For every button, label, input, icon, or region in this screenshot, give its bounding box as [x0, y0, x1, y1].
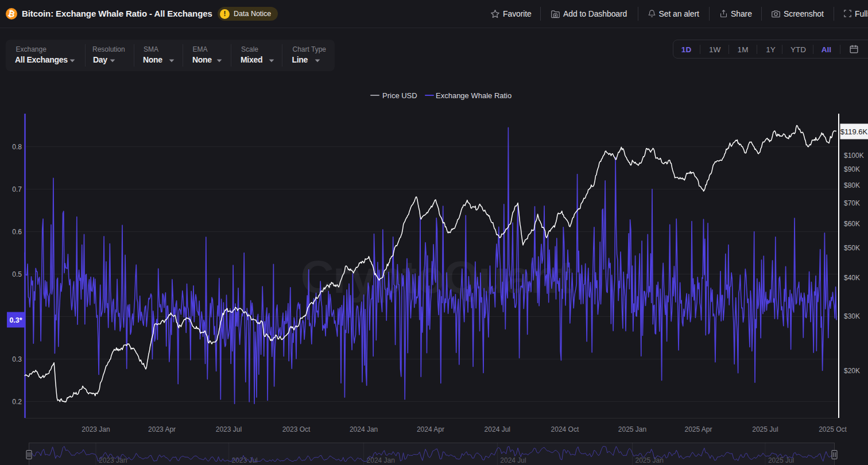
- svg-text:2023 Jul: 2023 Jul: [216, 425, 242, 433]
- svg-text:2023 Oct: 2023 Oct: [282, 425, 311, 433]
- svg-text:2025 Apr: 2025 Apr: [684, 425, 712, 433]
- svg-text:0.7: 0.7: [12, 185, 22, 193]
- svg-text:2025 Jan: 2025 Jan: [636, 456, 664, 464]
- svg-text:$70K: $70K: [844, 199, 860, 207]
- svg-text:2025 Jan: 2025 Jan: [618, 425, 646, 433]
- svg-text:$40K: $40K: [844, 274, 860, 282]
- svg-text:2024 Jul: 2024 Jul: [500, 456, 526, 464]
- svg-text:0.6: 0.6: [12, 228, 22, 236]
- svg-text:$50K: $50K: [844, 244, 860, 252]
- svg-text:2024 Oct: 2024 Oct: [551, 425, 579, 433]
- svg-text:2025 Jul: 2025 Jul: [768, 456, 794, 464]
- svg-text:2023 Apr: 2023 Apr: [148, 425, 176, 433]
- svg-text:2025 Oct: 2025 Oct: [819, 425, 847, 433]
- svg-text:$30K: $30K: [844, 312, 860, 320]
- svg-text:2024 Jan: 2024 Jan: [350, 425, 378, 433]
- svg-text:2024 Apr: 2024 Apr: [417, 425, 444, 433]
- svg-text:$90K: $90K: [844, 165, 860, 173]
- svg-text:$20K: $20K: [844, 367, 860, 375]
- svg-text:0.8: 0.8: [12, 143, 22, 151]
- svg-text:$80K: $80K: [844, 181, 860, 189]
- svg-text:2024 Jan: 2024 Jan: [367, 456, 395, 464]
- svg-text:2023 Jan: 2023 Jan: [99, 456, 127, 464]
- svg-text:2024 Jul: 2024 Jul: [485, 425, 510, 433]
- svg-text:0.2: 0.2: [12, 398, 22, 406]
- svg-text:$100K: $100K: [844, 152, 864, 160]
- svg-text:0.3*: 0.3*: [9, 316, 22, 324]
- svg-text:$60K: $60K: [844, 220, 860, 228]
- svg-text:0.5: 0.5: [12, 270, 22, 278]
- svg-text:0.3: 0.3: [12, 355, 22, 363]
- svg-text:2025 Jul: 2025 Jul: [752, 425, 778, 433]
- svg-text:2023 Jan: 2023 Jan: [82, 425, 110, 433]
- svg-text:$119.6K: $119.6K: [840, 127, 868, 136]
